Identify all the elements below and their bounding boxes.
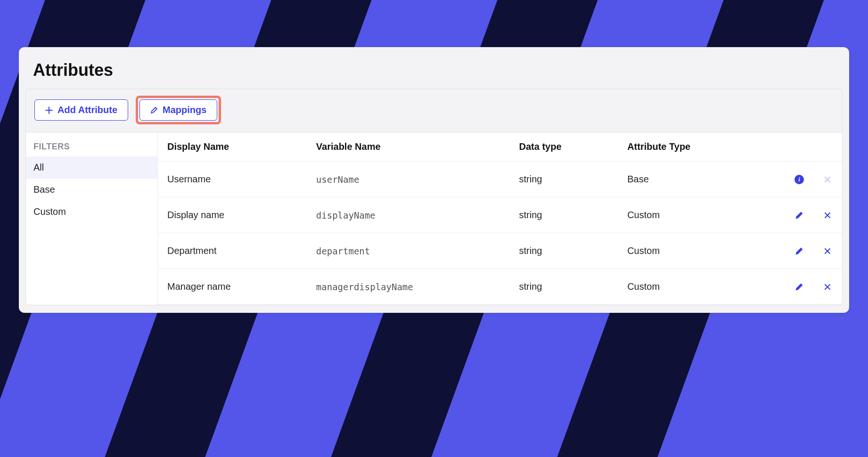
edit-icon[interactable] <box>794 246 804 256</box>
filter-item-base[interactable]: Base <box>26 179 157 201</box>
filters-heading: FILTERS <box>26 138 157 156</box>
cell-variable-name: managerdisplayName <box>316 282 519 292</box>
table-header-row: Display Name Variable Name Data type Att… <box>158 132 842 162</box>
mappings-highlight: Mappings <box>136 96 221 124</box>
row-actions <box>776 210 833 220</box>
cell-display-name: Manager name <box>167 281 316 292</box>
cell-data-type: string <box>519 245 627 256</box>
table-row: UsernameuserNamestringBasei <box>158 162 842 197</box>
toolbar: Add Attribute Mappings <box>26 89 842 132</box>
table-row: Display namedisplayNamestringCustom <box>158 197 842 233</box>
filters-sidebar: FILTERS AllBaseCustom <box>26 132 158 305</box>
delete-icon <box>822 174 833 185</box>
delete-icon[interactable] <box>822 210 833 220</box>
cell-attribute-type: Custom <box>627 281 776 292</box>
add-attribute-button[interactable]: Add Attribute <box>34 99 128 121</box>
edit-icon[interactable] <box>794 210 804 220</box>
delete-icon[interactable] <box>822 246 833 256</box>
add-attribute-label: Add Attribute <box>57 105 117 115</box>
info-icon[interactable]: i <box>794 174 804 185</box>
row-actions <box>776 282 833 292</box>
cell-display-name: Department <box>167 245 316 256</box>
cell-variable-name: department <box>316 246 519 256</box>
col-display-name: Display Name <box>167 141 316 152</box>
toolbar-container: Add Attribute Mappings <box>25 89 843 132</box>
cell-attribute-type: Custom <box>627 210 776 220</box>
cell-display-name: Username <box>167 174 316 185</box>
cell-variable-name: displayName <box>316 210 519 220</box>
col-attribute-type: Attribute Type <box>627 141 776 152</box>
cell-variable-name: userName <box>316 174 519 185</box>
row-actions: i <box>776 174 833 185</box>
cell-attribute-type: Custom <box>627 245 776 256</box>
mappings-label: Mappings <box>163 105 206 115</box>
plus-icon <box>45 106 53 114</box>
col-data-type: Data type <box>519 141 627 152</box>
cell-attribute-type: Base <box>627 174 776 185</box>
delete-icon[interactable] <box>822 282 833 292</box>
page-title: Attributes <box>19 47 849 89</box>
edit-icon[interactable] <box>794 282 804 292</box>
cell-data-type: string <box>519 281 627 292</box>
attributes-card: Attributes Add Attribute Mappings FILTE <box>19 47 849 313</box>
content-area: FILTERS AllBaseCustom Display Name Varia… <box>25 132 843 305</box>
filter-item-all[interactable]: All <box>26 156 157 179</box>
cell-display-name: Display name <box>167 210 316 220</box>
table-row: Manager namemanagerdisplayNamestringCust… <box>158 269 842 305</box>
row-actions <box>776 246 833 256</box>
cell-data-type: string <box>519 210 627 220</box>
mappings-button[interactable]: Mappings <box>139 99 217 121</box>
pencil-icon <box>150 106 158 114</box>
table-row: DepartmentdepartmentstringCustom <box>158 233 842 269</box>
filter-item-custom[interactable]: Custom <box>26 201 157 223</box>
attributes-table: Display Name Variable Name Data type Att… <box>158 132 842 305</box>
cell-data-type: string <box>519 174 627 185</box>
col-variable-name: Variable Name <box>316 141 519 152</box>
